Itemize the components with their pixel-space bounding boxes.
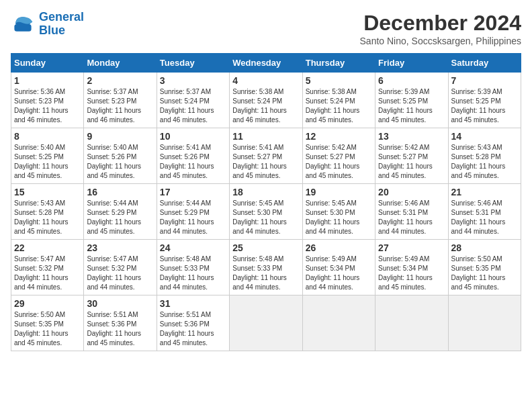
day-info: Sunrise: 5:44 AM Sunset: 5:29 PM Dayligh… — [87, 199, 153, 236]
day-info: Sunrise: 5:38 AM Sunset: 5:24 PM Dayligh… — [232, 87, 299, 125]
day-number: 9 — [87, 131, 153, 142]
calendar-cell: 8 Sunrise: 5:40 AM Sunset: 5:25 PM Dayli… — [11, 128, 84, 184]
day-number: 21 — [451, 187, 518, 197]
calendar-cell: 9 Sunrise: 5:40 AM Sunset: 5:26 PM Dayli… — [84, 128, 157, 184]
day-info: Sunrise: 5:42 AM Sunset: 5:27 PM Dayligh… — [306, 143, 372, 181]
day-info: Sunrise: 5:49 AM Sunset: 5:34 PM Dayligh… — [378, 255, 445, 292]
calendar-week-1: 1 Sunrise: 5:36 AM Sunset: 5:23 PM Dayli… — [11, 73, 521, 128]
calendar-cell: 4 Sunrise: 5:38 AM Sunset: 5:24 PM Dayli… — [230, 73, 302, 128]
location: Santo Nino, Soccsksargen, Philippines — [360, 36, 521, 46]
calendar-cell: 12 Sunrise: 5:42 AM Sunset: 5:27 PM Dayl… — [302, 128, 375, 184]
day-info: Sunrise: 5:37 AM Sunset: 5:24 PM Dayligh… — [160, 87, 226, 125]
day-number: 17 — [160, 187, 226, 197]
day-info: Sunrise: 5:43 AM Sunset: 5:28 PM Dayligh… — [451, 143, 518, 181]
calendar-cell: 25 Sunrise: 5:48 AM Sunset: 5:33 PM Dayl… — [230, 240, 302, 295]
day-number: 10 — [160, 131, 226, 142]
calendar-week-4: 22 Sunrise: 5:47 AM Sunset: 5:32 PM Dayl… — [11, 240, 521, 295]
day-number: 28 — [451, 242, 518, 253]
day-number: 22 — [14, 242, 81, 253]
day-number: 7 — [451, 75, 518, 86]
day-number: 11 — [232, 131, 299, 142]
day-info: Sunrise: 5:37 AM Sunset: 5:23 PM Dayligh… — [87, 87, 153, 125]
calendar-cell: 19 Sunrise: 5:45 AM Sunset: 5:30 PM Dayl… — [302, 184, 375, 240]
calendar-cell: 11 Sunrise: 5:41 AM Sunset: 5:27 PM Dayl… — [230, 128, 302, 184]
day-number: 13 — [378, 131, 445, 142]
svg-rect-0 — [14, 24, 31, 32]
day-number: 29 — [14, 298, 81, 309]
day-number: 24 — [160, 242, 226, 253]
logo-icon — [11, 12, 35, 36]
calendar-cell — [230, 295, 302, 351]
day-number: 31 — [160, 298, 226, 309]
calendar-cell: 29 Sunrise: 5:50 AM Sunset: 5:35 PM Dayl… — [11, 295, 84, 351]
logo-text: GeneralBlue — [39, 11, 84, 38]
day-info: Sunrise: 5:42 AM Sunset: 5:27 PM Dayligh… — [378, 143, 445, 181]
calendar-cell: 26 Sunrise: 5:49 AM Sunset: 5:34 PM Dayl… — [302, 240, 375, 295]
day-number: 8 — [14, 131, 81, 142]
logo: GeneralBlue — [11, 11, 84, 38]
day-info: Sunrise: 5:50 AM Sunset: 5:35 PM Dayligh… — [451, 255, 518, 292]
calendar-cell: 15 Sunrise: 5:43 AM Sunset: 5:28 PM Dayl… — [11, 184, 84, 240]
calendar-cell — [375, 295, 448, 351]
col-header-saturday: Saturday — [448, 54, 521, 73]
day-info: Sunrise: 5:49 AM Sunset: 5:34 PM Dayligh… — [306, 255, 372, 292]
calendar-cell: 2 Sunrise: 5:37 AM Sunset: 5:23 PM Dayli… — [84, 73, 157, 128]
day-info: Sunrise: 5:50 AM Sunset: 5:35 PM Dayligh… — [14, 310, 81, 348]
calendar-cell — [302, 295, 375, 351]
day-info: Sunrise: 5:40 AM Sunset: 5:26 PM Dayligh… — [87, 143, 153, 181]
day-info: Sunrise: 5:47 AM Sunset: 5:32 PM Dayligh… — [87, 255, 153, 292]
day-number: 12 — [306, 131, 372, 142]
day-info: Sunrise: 5:39 AM Sunset: 5:25 PM Dayligh… — [378, 87, 445, 125]
day-info: Sunrise: 5:48 AM Sunset: 5:33 PM Dayligh… — [160, 255, 226, 292]
calendar-cell — [448, 295, 521, 351]
day-number: 23 — [87, 242, 153, 253]
calendar-cell: 16 Sunrise: 5:44 AM Sunset: 5:29 PM Dayl… — [84, 184, 157, 240]
page-header: GeneralBlue December 2024 Santo Nino, So… — [11, 11, 521, 46]
col-header-thursday: Thursday — [302, 54, 375, 73]
day-number: 20 — [378, 187, 445, 197]
day-number: 25 — [232, 242, 299, 253]
calendar-cell: 21 Sunrise: 5:46 AM Sunset: 5:31 PM Dayl… — [448, 184, 521, 240]
calendar-cell: 1 Sunrise: 5:36 AM Sunset: 5:23 PM Dayli… — [11, 73, 84, 128]
calendar-cell: 7 Sunrise: 5:39 AM Sunset: 5:25 PM Dayli… — [448, 73, 521, 128]
day-info: Sunrise: 5:46 AM Sunset: 5:31 PM Dayligh… — [378, 199, 445, 236]
day-number: 27 — [378, 242, 445, 253]
day-info: Sunrise: 5:46 AM Sunset: 5:31 PM Dayligh… — [451, 199, 518, 236]
day-info: Sunrise: 5:38 AM Sunset: 5:24 PM Dayligh… — [306, 87, 372, 125]
col-header-friday: Friday — [375, 54, 448, 73]
calendar-cell: 13 Sunrise: 5:42 AM Sunset: 5:27 PM Dayl… — [375, 128, 448, 184]
calendar-week-2: 8 Sunrise: 5:40 AM Sunset: 5:25 PM Dayli… — [11, 128, 521, 184]
day-number: 3 — [160, 75, 226, 86]
day-number: 18 — [232, 187, 299, 197]
calendar-week-3: 15 Sunrise: 5:43 AM Sunset: 5:28 PM Dayl… — [11, 184, 521, 240]
calendar-cell: 27 Sunrise: 5:49 AM Sunset: 5:34 PM Dayl… — [375, 240, 448, 295]
calendar-cell: 3 Sunrise: 5:37 AM Sunset: 5:24 PM Dayli… — [157, 73, 229, 128]
calendar-cell: 31 Sunrise: 5:51 AM Sunset: 5:36 PM Dayl… — [157, 295, 229, 351]
calendar-cell: 20 Sunrise: 5:46 AM Sunset: 5:31 PM Dayl… — [375, 184, 448, 240]
col-header-sunday: Sunday — [11, 54, 84, 73]
day-number: 16 — [87, 187, 153, 197]
day-info: Sunrise: 5:36 AM Sunset: 5:23 PM Dayligh… — [14, 87, 81, 125]
day-number: 14 — [451, 131, 518, 142]
col-header-tuesday: Tuesday — [157, 54, 229, 73]
calendar-cell: 10 Sunrise: 5:41 AM Sunset: 5:26 PM Dayl… — [157, 128, 229, 184]
day-info: Sunrise: 5:44 AM Sunset: 5:29 PM Dayligh… — [160, 199, 226, 236]
col-header-monday: Monday — [84, 54, 157, 73]
day-info: Sunrise: 5:45 AM Sunset: 5:30 PM Dayligh… — [232, 199, 299, 236]
day-info: Sunrise: 5:40 AM Sunset: 5:25 PM Dayligh… — [14, 143, 81, 181]
calendar-cell: 6 Sunrise: 5:39 AM Sunset: 5:25 PM Dayli… — [375, 73, 448, 128]
day-number: 5 — [306, 75, 372, 86]
day-number: 2 — [87, 75, 153, 86]
day-info: Sunrise: 5:39 AM Sunset: 5:25 PM Dayligh… — [451, 87, 518, 125]
calendar-cell: 17 Sunrise: 5:44 AM Sunset: 5:29 PM Dayl… — [157, 184, 229, 240]
calendar-week-5: 29 Sunrise: 5:50 AM Sunset: 5:35 PM Dayl… — [11, 295, 521, 351]
calendar-header-row: SundayMondayTuesdayWednesdayThursdayFrid… — [11, 54, 521, 73]
day-info: Sunrise: 5:45 AM Sunset: 5:30 PM Dayligh… — [306, 199, 372, 236]
calendar-table: SundayMondayTuesdayWednesdayThursdayFrid… — [11, 53, 521, 351]
day-info: Sunrise: 5:51 AM Sunset: 5:36 PM Dayligh… — [87, 310, 153, 348]
day-number: 19 — [306, 187, 372, 197]
day-number: 1 — [14, 75, 81, 86]
day-number: 30 — [87, 298, 153, 309]
calendar-cell: 24 Sunrise: 5:48 AM Sunset: 5:33 PM Dayl… — [157, 240, 229, 295]
day-number: 6 — [378, 75, 445, 86]
